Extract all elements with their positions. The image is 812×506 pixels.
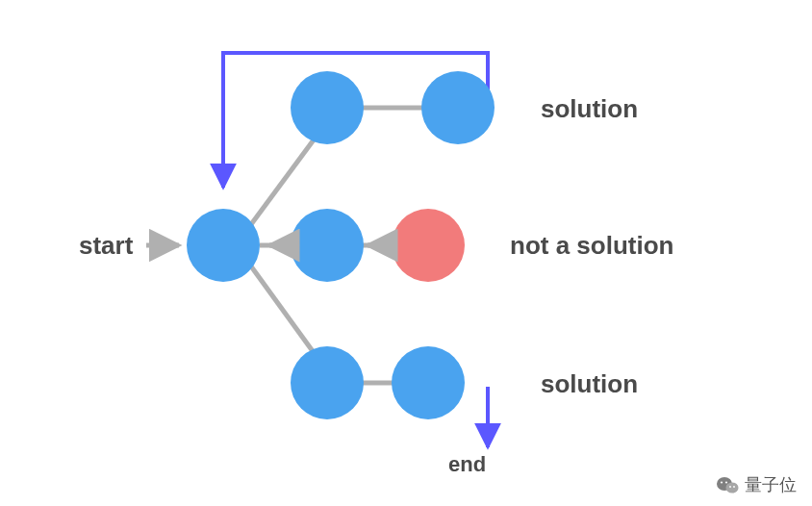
diagram: start solution not a solution solution e… (0, 0, 812, 506)
node-b1 (291, 209, 364, 282)
label-end: end (448, 452, 486, 476)
label-solution-top: solution (541, 94, 638, 123)
svg-point-4 (729, 486, 731, 488)
svg-point-2 (721, 481, 723, 483)
node-c2-solution (392, 346, 465, 419)
watermark-text: 量子位 (745, 473, 797, 496)
label-start: start (79, 231, 134, 260)
svg-point-3 (725, 481, 727, 483)
label-not-solution: not a solution (510, 231, 673, 260)
label-solution-bottom: solution (541, 369, 638, 398)
wechat-icon (716, 475, 739, 494)
node-a1 (291, 71, 364, 144)
node-c1 (291, 346, 364, 419)
svg-point-5 (733, 486, 735, 488)
svg-point-1 (726, 483, 739, 493)
watermark: 量子位 (716, 473, 797, 496)
node-b2-not-solution (392, 209, 465, 282)
node-start (187, 209, 260, 282)
node-a2-solution (421, 71, 495, 144)
